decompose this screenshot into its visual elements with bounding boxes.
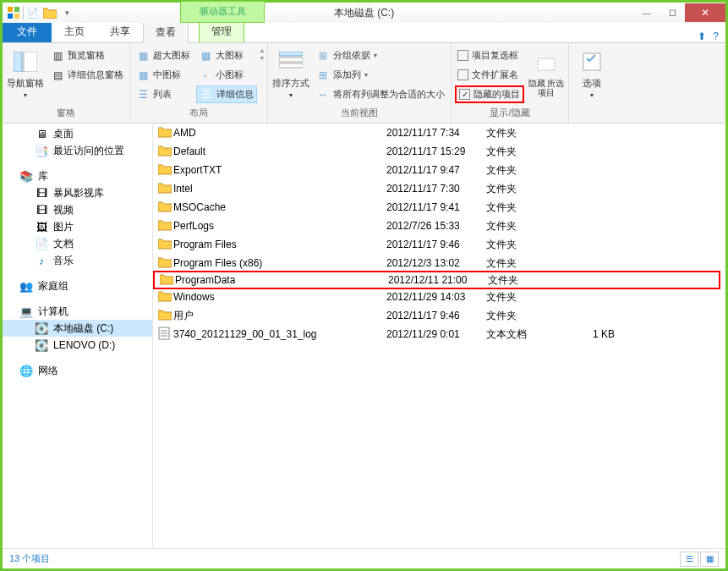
thumbnails-view-toggle[interactable]: ▦ (700, 552, 719, 567)
new-folder-icon[interactable] (42, 5, 57, 20)
computer-icon: 💻 (19, 305, 33, 318)
size-columns-button[interactable]: ↔将所有列调整为合适的大小 (314, 85, 447, 103)
tab-view[interactable]: 查看 (143, 21, 189, 43)
nav-homegroup[interactable]: 👥家庭组 (3, 277, 152, 294)
file-row[interactable]: MSOCache2012/11/17 9:41文件夹 (153, 198, 725, 217)
folder-icon (158, 182, 173, 196)
group-label-showhide: 显示/隐藏 (490, 106, 529, 120)
nav-computer[interactable]: 💻计算机 (3, 303, 152, 320)
add-columns-button[interactable]: ⊞添加列 ▾ (314, 66, 447, 84)
file-row[interactable]: AMD2012/11/17 7:34文件夹 (153, 124, 725, 142)
file-row[interactable]: Intel2012/11/17 7:30文件夹 (153, 179, 725, 198)
details-button[interactable]: ☰详细信息 (196, 85, 257, 103)
details-view-toggle[interactable]: ☰ (680, 552, 698, 567)
details-pane-button[interactable]: ▤详细信息窗格 (48, 66, 126, 84)
folder-icon (158, 256, 173, 271)
nav-drive-c[interactable]: 💽本地磁盘 (C:) (3, 320, 152, 337)
navigation-tree[interactable]: 🖥桌面 📑最近访问的位置 📚库 🎞暴风影视库 🎞视频 🖼图片 📄文档 ♪音乐 👥… (3, 124, 153, 548)
large-icons-button[interactable]: ▦大图标 (196, 47, 257, 64)
svg-rect-9 (538, 58, 555, 70)
tab-manage[interactable]: 管理 (199, 20, 244, 42)
close-button[interactable]: ✕ (685, 3, 725, 22)
folder-icon (160, 273, 175, 288)
file-name: 用户 (173, 309, 386, 323)
nav-documents[interactable]: 📄文档 (3, 235, 152, 252)
file-row[interactable]: PerfLogs2012/7/26 15:33文件夹 (153, 217, 725, 235)
nav-baofeng[interactable]: 🎞暴风影视库 (3, 184, 152, 201)
preview-pane-button[interactable]: ▥预览窗格 (48, 47, 126, 64)
nav-recent[interactable]: 📑最近访问的位置 (3, 142, 152, 159)
hide-selected-button[interactable]: 隐藏 所选项目 (528, 45, 565, 102)
medium-icons-button[interactable]: ▦中图标 (134, 66, 193, 84)
file-date: 2012/11/17 9:41 (386, 201, 486, 213)
file-date: 2012/12/11 21:00 (388, 274, 488, 286)
homegroup-icon: 👥 (19, 279, 33, 293)
qat-dropdown-icon[interactable]: ▾ (59, 5, 74, 20)
small-icons-button[interactable]: ▫小图标 (196, 66, 257, 84)
file-date: 2012/11/17 9:47 (386, 164, 486, 176)
file-type: 文件夹 (486, 238, 571, 252)
file-date: 2012/11/17 7:34 (386, 127, 486, 139)
file-type: 文件夹 (486, 309, 571, 323)
file-name: ProgramData (175, 274, 388, 286)
file-row[interactable]: Program Files (x86)2012/12/3 13:02文件夹 (153, 254, 725, 272)
window-title: 本地磁盘 (C:) (334, 6, 394, 20)
file-list[interactable]: AMD2012/11/17 7:34文件夹Default2012/11/17 1… (153, 124, 725, 548)
properties-icon[interactable]: 📄 (25, 5, 41, 20)
xlarge-icons-button[interactable]: ▦超大图标 (134, 47, 193, 64)
nav-network[interactable]: 🌐网络 (3, 362, 152, 379)
item-checkboxes-toggle[interactable]: 项目复选框 (455, 47, 524, 64)
nav-videos[interactable]: 🎞视频 (3, 201, 152, 218)
svg-rect-5 (24, 52, 37, 72)
group-label-layout: 布局 (189, 106, 208, 120)
nav-libraries[interactable]: 📚库 (3, 167, 152, 184)
file-row[interactable]: ExportTXT2012/11/17 9:47文件夹 (153, 161, 725, 179)
nav-music[interactable]: ♪音乐 (3, 252, 152, 269)
file-row[interactable]: Windows2012/11/29 14:03文件夹 (153, 288, 725, 306)
minimize-ribbon-icon[interactable]: ⬆ (698, 30, 706, 42)
hidden-items-toggle[interactable]: ✓隐藏的项目 (455, 85, 524, 103)
list-button[interactable]: ☰列表 (134, 85, 193, 103)
groupby-button[interactable]: ⊞分组依据 ▾ (314, 47, 447, 64)
nav-desktop[interactable]: 🖥桌面 (3, 125, 152, 142)
maximize-button[interactable]: ☐ (660, 3, 685, 22)
status-bar: 13 个项目 ☰ ▦ (3, 548, 725, 568)
tab-share[interactable]: 共享 (97, 20, 143, 42)
file-row[interactable]: ProgramData2012/12/11 21:00文件夹 (153, 271, 720, 289)
options-button[interactable]: 选项 ▾ (572, 45, 611, 102)
file-type: 文件夹 (486, 200, 571, 215)
file-row[interactable]: Program Files2012/11/17 9:46文件夹 (153, 235, 725, 254)
file-name: 3740_20121129_00_01_31_log (173, 328, 386, 340)
file-type: 文件夹 (486, 163, 571, 178)
pictures-icon: 🖼 (35, 220, 48, 233)
sort-button[interactable]: 排序方式 ▾ (271, 45, 310, 102)
file-type: 文件夹 (486, 126, 571, 140)
navigation-pane-button[interactable]: 导航窗格 ▾ (6, 45, 45, 102)
folder-icon (158, 309, 173, 323)
minimize-button[interactable]: — (634, 3, 660, 22)
svg-rect-0 (8, 7, 13, 12)
folder-icon (158, 145, 173, 159)
file-extensions-toggle[interactable]: 文件扩展名 (455, 66, 524, 84)
nav-pictures[interactable]: 🖼图片 (3, 218, 152, 235)
sort-icon (277, 48, 304, 75)
svg-rect-2 (8, 14, 13, 19)
nav-drive-d[interactable]: 💽LENOVO (D:) (3, 337, 152, 354)
file-row[interactable]: 3740_20121129_00_01_31_log2012/11/29 0:0… (153, 325, 725, 343)
music-icon: ♪ (35, 254, 48, 267)
tab-home[interactable]: 主页 (52, 20, 97, 42)
file-date: 2012/12/3 13:02 (386, 257, 486, 269)
tab-file[interactable]: 文件 (3, 20, 52, 42)
preview-pane-icon: ▥ (51, 49, 64, 63)
file-name: PerfLogs (173, 220, 386, 232)
file-row[interactable]: 用户2012/11/17 9:46文件夹 (153, 306, 725, 325)
svg-rect-3 (14, 14, 19, 19)
file-date: 2012/11/17 9:46 (386, 310, 486, 321)
navigation-pane-icon (12, 48, 39, 75)
help-icon[interactable]: ? (713, 30, 719, 42)
file-row[interactable]: Default2012/11/17 15:29文件夹 (153, 142, 725, 161)
network-icon: 🌐 (19, 364, 33, 377)
file-date: 2012/11/29 14:03 (386, 291, 486, 303)
explorer-icon (6, 5, 21, 20)
folder-icon (158, 238, 173, 252)
